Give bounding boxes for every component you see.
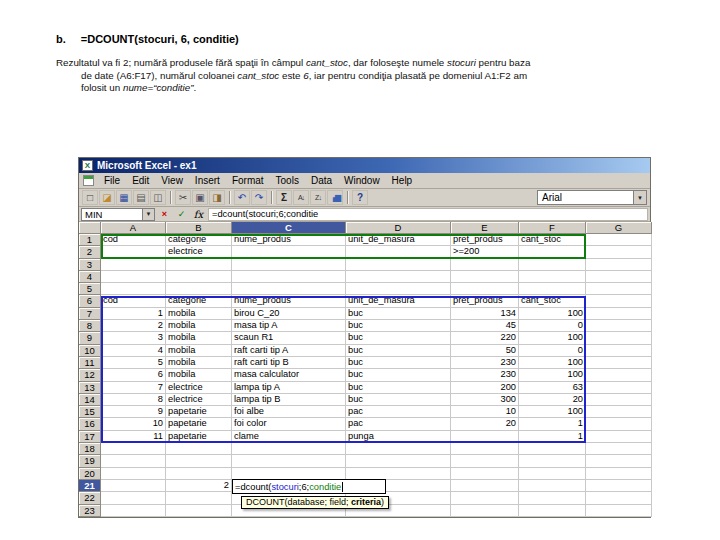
- cell-B3[interactable]: [166, 259, 232, 271]
- cell-B2[interactable]: electrice: [166, 246, 232, 258]
- row-header-1[interactable]: 1: [79, 234, 101, 246]
- cell-F22[interactable]: [519, 492, 586, 504]
- cell-C18[interactable]: [232, 443, 346, 455]
- cell-A17[interactable]: 11: [101, 431, 166, 443]
- cell-B18[interactable]: [166, 443, 232, 455]
- cell-A22[interactable]: [101, 492, 166, 504]
- enter-icon[interactable]: ✓: [174, 208, 189, 221]
- cell-C19[interactable]: [232, 455, 346, 467]
- cell-D11[interactable]: buc: [346, 357, 451, 369]
- cell-F19[interactable]: [519, 455, 586, 467]
- cell-B14[interactable]: electrice: [166, 394, 232, 406]
- cell-D19[interactable]: [346, 455, 451, 467]
- cell-A19[interactable]: [101, 455, 166, 467]
- cell-G16[interactable]: [586, 418, 652, 430]
- cell-B7[interactable]: mobila: [166, 308, 232, 320]
- cell-B15[interactable]: papetarie: [166, 406, 232, 418]
- cell-C13[interactable]: lampa tip A: [232, 382, 346, 394]
- row-header-15[interactable]: 15: [79, 406, 101, 418]
- cell-G18[interactable]: [586, 443, 652, 455]
- cell-E10[interactable]: 50: [451, 345, 519, 357]
- new-icon[interactable]: [82, 190, 98, 205]
- row-header-12[interactable]: 12: [79, 369, 101, 381]
- cell-F21[interactable]: [519, 480, 586, 492]
- cell-D16[interactable]: pac: [346, 418, 451, 430]
- cell-C16[interactable]: foi color: [232, 418, 346, 430]
- cell-B16[interactable]: papetarie: [166, 418, 232, 430]
- column-header-A[interactable]: A: [101, 222, 166, 234]
- row-header-5[interactable]: 5: [79, 283, 101, 295]
- cell-D18[interactable]: [346, 443, 451, 455]
- row-header-10[interactable]: 10: [79, 345, 101, 357]
- cell-F2[interactable]: [519, 246, 586, 258]
- cell-G12[interactable]: [586, 369, 652, 381]
- cell-E2[interactable]: >=200: [451, 246, 519, 258]
- cell-A12[interactable]: 6: [101, 369, 166, 381]
- cell-B20[interactable]: [166, 468, 232, 480]
- cell-B5[interactable]: [166, 283, 232, 295]
- menu-file[interactable]: File: [98, 174, 126, 187]
- cell-C11[interactable]: raft carti tip B: [232, 357, 346, 369]
- cell-F7[interactable]: 100: [519, 308, 586, 320]
- cell-B23[interactable]: [166, 505, 232, 517]
- cell-F9[interactable]: 100: [519, 332, 586, 344]
- cell-E23[interactable]: [451, 505, 519, 517]
- cell-C7[interactable]: birou C_20: [232, 308, 346, 320]
- menu-edit[interactable]: Edit: [126, 174, 155, 187]
- cell-F23[interactable]: [519, 505, 586, 517]
- cell-G11[interactable]: [586, 357, 652, 369]
- row-header-22[interactable]: 22: [79, 492, 101, 504]
- cell-F12[interactable]: 100: [519, 369, 586, 381]
- cell-G6[interactable]: [586, 295, 652, 307]
- cell-A8[interactable]: 2: [101, 320, 166, 332]
- cell-C17[interactable]: clame: [232, 431, 346, 443]
- row-header-16[interactable]: 16: [79, 418, 101, 430]
- row-header-17[interactable]: 17: [79, 431, 101, 443]
- cell-C6[interactable]: nume_produs: [232, 295, 346, 307]
- cell-B10[interactable]: mobila: [166, 345, 232, 357]
- cell-F17[interactable]: 1: [519, 431, 586, 443]
- cell-F6[interactable]: cant_stoc: [519, 295, 586, 307]
- cell-B1[interactable]: categorie: [166, 234, 232, 246]
- cell-C8[interactable]: masa tip A: [232, 320, 346, 332]
- cell-C4[interactable]: [232, 271, 346, 283]
- cell-G17[interactable]: [586, 431, 652, 443]
- cell-F15[interactable]: 100: [519, 406, 586, 418]
- cell-D9[interactable]: buc: [346, 332, 451, 344]
- column-header-B[interactable]: B: [166, 222, 232, 234]
- cell-G22[interactable]: [586, 492, 652, 504]
- column-header-E[interactable]: E: [451, 222, 519, 234]
- open-icon[interactable]: [99, 190, 115, 205]
- cell-A23[interactable]: [101, 505, 166, 517]
- cell-A2[interactable]: [101, 246, 166, 258]
- title-bar[interactable]: X Microsoft Excel - ex1: [79, 158, 650, 173]
- cell-B8[interactable]: mobila: [166, 320, 232, 332]
- row-header-23[interactable]: 23: [79, 505, 101, 517]
- copy-icon[interactable]: [192, 190, 208, 205]
- save-icon[interactable]: [116, 190, 132, 205]
- help-icon[interactable]: [352, 190, 368, 205]
- cell-B9[interactable]: mobila: [166, 332, 232, 344]
- cell-C5[interactable]: [232, 283, 346, 295]
- cell-B12[interactable]: mobila: [166, 369, 232, 381]
- row-header-3[interactable]: 3: [79, 259, 101, 271]
- cell-F1[interactable]: cant_stoc: [519, 234, 586, 246]
- cell-C3[interactable]: [232, 259, 346, 271]
- cell-B11[interactable]: mobila: [166, 357, 232, 369]
- cell-B13[interactable]: electrice: [166, 382, 232, 394]
- cell-D4[interactable]: [346, 271, 451, 283]
- cell-F10[interactable]: 0: [519, 345, 586, 357]
- autosum-icon[interactable]: [276, 190, 292, 205]
- cell-A5[interactable]: [101, 283, 166, 295]
- menu-view[interactable]: View: [155, 174, 189, 187]
- column-header-C[interactable]: C: [232, 222, 346, 234]
- cell-F11[interactable]: 100: [519, 357, 586, 369]
- cell-B21[interactable]: 2: [166, 480, 232, 492]
- cell-E11[interactable]: 230: [451, 357, 519, 369]
- print-icon[interactable]: [133, 190, 149, 205]
- cell-B17[interactable]: papetarie: [166, 431, 232, 443]
- cell-C14[interactable]: lampa tip B: [232, 394, 346, 406]
- cell-A15[interactable]: 9: [101, 406, 166, 418]
- cell-D5[interactable]: [346, 283, 451, 295]
- row-header-21[interactable]: 21: [79, 480, 101, 492]
